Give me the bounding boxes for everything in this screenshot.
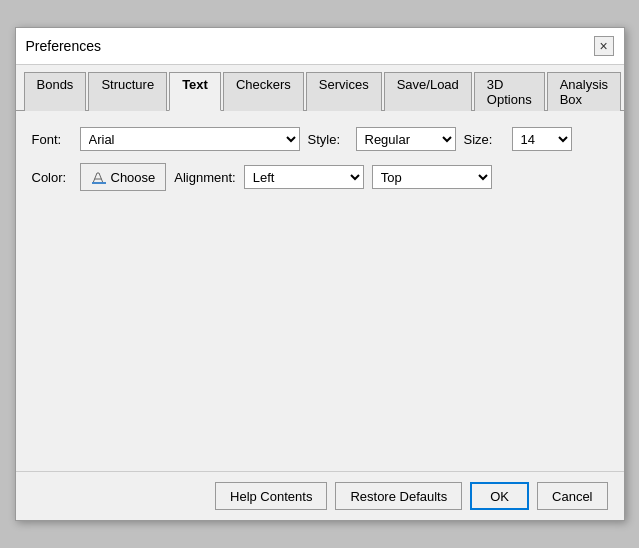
- tab-3doptions[interactable]: 3D Options: [474, 72, 545, 111]
- tab-analysisbox[interactable]: Analysis Box: [547, 72, 621, 111]
- footer: Help Contents Restore Defaults OK Cancel: [16, 471, 624, 520]
- font-row: Font: Arial Style: Regular Size: 14: [32, 127, 608, 151]
- tab-content: Font: Arial Style: Regular Size: 14 Colo…: [16, 111, 624, 471]
- alignment-label: Alignment:: [174, 170, 235, 185]
- size-label: Size:: [464, 132, 504, 147]
- vertical-alignment-select[interactable]: Top Middle Bottom: [372, 165, 492, 189]
- font-select[interactable]: Arial: [80, 127, 300, 151]
- tab-text[interactable]: Text: [169, 72, 221, 111]
- ok-button[interactable]: OK: [470, 482, 529, 510]
- preferences-dialog: Preferences × Bonds Structure Text Check…: [15, 27, 625, 521]
- tab-services[interactable]: Services: [306, 72, 382, 111]
- paint-icon: [91, 169, 107, 185]
- tab-structure[interactable]: Structure: [88, 72, 167, 111]
- color-label: Color:: [32, 170, 72, 185]
- svg-rect-1: [92, 182, 106, 184]
- choose-label: Choose: [111, 170, 156, 185]
- color-row: Color: Choose Alignment: Left Center Rig…: [32, 163, 608, 191]
- tab-bar: Bonds Structure Text Checkers Services S…: [16, 65, 624, 111]
- title-bar: Preferences ×: [16, 28, 624, 65]
- size-select[interactable]: 14: [512, 127, 572, 151]
- choose-color-button[interactable]: Choose: [80, 163, 167, 191]
- tab-saveload[interactable]: Save/Load: [384, 72, 472, 111]
- style-select[interactable]: Regular: [356, 127, 456, 151]
- tab-bonds[interactable]: Bonds: [24, 72, 87, 111]
- restore-defaults-button[interactable]: Restore Defaults: [335, 482, 462, 510]
- close-button[interactable]: ×: [594, 36, 614, 56]
- cancel-button[interactable]: Cancel: [537, 482, 607, 510]
- alignment-select[interactable]: Left Center Right: [244, 165, 364, 189]
- style-label: Style:: [308, 132, 348, 147]
- tab-checkers[interactable]: Checkers: [223, 72, 304, 111]
- help-button[interactable]: Help Contents: [215, 482, 327, 510]
- font-label: Font:: [32, 132, 72, 147]
- dialog-title: Preferences: [26, 38, 101, 54]
